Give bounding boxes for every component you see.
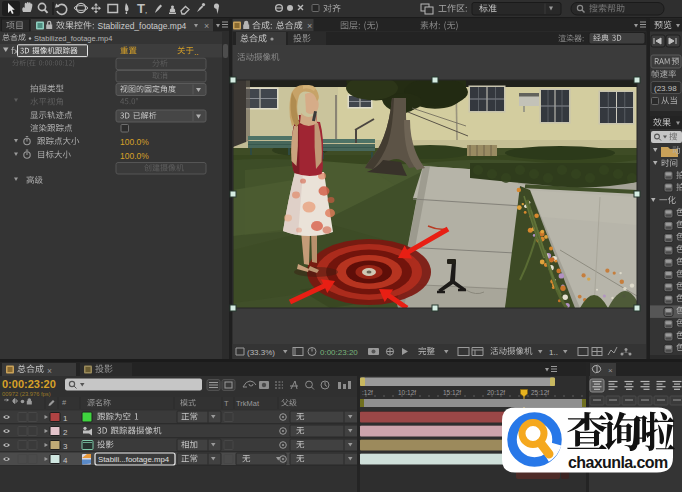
svg-text:T: T [137, 1, 145, 16]
svg-text::12f: :12f [362, 389, 373, 396]
svg-text:Stabilized_footage.mp4: Stabilized_footage.mp4 [98, 21, 187, 31]
svg-text:2: 2 [63, 428, 68, 437]
svg-text:(33.3%): (33.3%) [247, 348, 275, 357]
svg-text:chaxunla.com: chaxunla.com [568, 454, 668, 471]
svg-text:,: , [145, 5, 147, 15]
svg-text:..: .. [194, 47, 199, 57]
svg-text:100.0%: 100.0% [120, 151, 149, 161]
svg-text:1: 1 [63, 414, 68, 423]
svg-text:20:12f: 20:12f [487, 389, 505, 396]
svg-text:TrkMat: TrkMat [236, 399, 260, 408]
svg-text:10:12f: 10:12f [398, 389, 416, 396]
svg-text:0:00:23:20: 0:00:23:20 [320, 348, 358, 357]
svg-text:Stabili...footage.mp4: Stabili...footage.mp4 [98, 455, 170, 464]
svg-text:3: 3 [63, 442, 68, 451]
svg-text:T: T [224, 399, 229, 408]
svg-text:×: × [204, 21, 209, 31]
svg-text:×: × [47, 366, 52, 376]
svg-text:×: × [608, 366, 613, 375]
svg-text:25:12f: 25:12f [531, 389, 549, 396]
svg-text:00972 (23.976 fps): 00972 (23.976 fps) [2, 391, 51, 397]
svg-text:15:12f: 15:12f [443, 389, 461, 396]
svg-text:4: 4 [63, 456, 68, 465]
svg-text:100.0%: 100.0% [120, 137, 149, 147]
svg-text:1..: 1.. [549, 348, 558, 357]
svg-text:Stabilized_footage.mp4: Stabilized_footage.mp4 [34, 34, 112, 43]
svg-text:(23.98: (23.98 [654, 84, 677, 93]
svg-text:×: × [307, 21, 312, 31]
svg-text:0:00:23:20: 0:00:23:20 [2, 378, 56, 390]
